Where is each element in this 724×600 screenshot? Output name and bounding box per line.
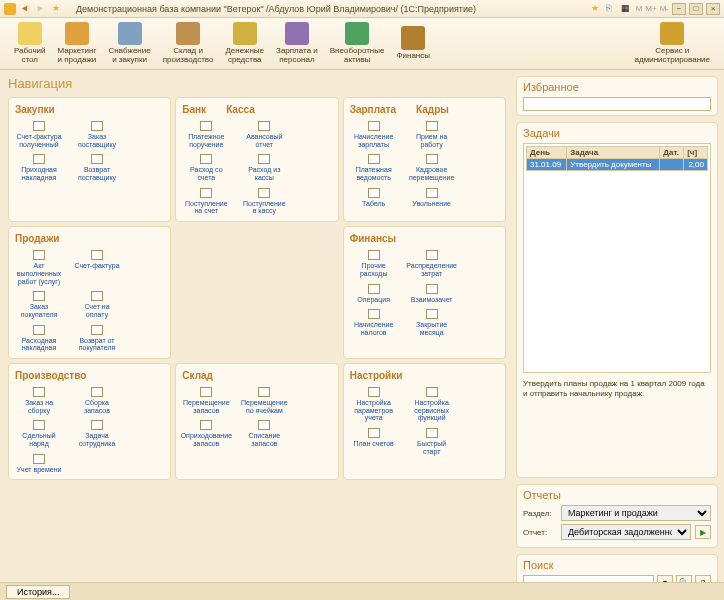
m-label[interactable]: M bbox=[636, 4, 643, 13]
toolbar-item-8[interactable]: Сервис иадминистрирование bbox=[629, 20, 716, 67]
node-icon bbox=[91, 154, 103, 164]
toolbar-icon bbox=[118, 22, 142, 45]
favorite-icon[interactable]: ★ bbox=[52, 3, 64, 15]
nav-node[interactable]: Прочие расходы bbox=[350, 250, 398, 277]
nav-node[interactable]: Закрытие месяца bbox=[408, 309, 456, 336]
toolbar-icon bbox=[18, 22, 42, 45]
card-title-text: Банк bbox=[182, 104, 206, 115]
node-icon bbox=[426, 154, 438, 164]
nav-node[interactable]: Начисление зарплаты bbox=[350, 121, 398, 148]
report-select[interactable]: Дебиторская задолженность по срокам bbox=[561, 524, 691, 540]
section-label: Раздел: bbox=[523, 509, 557, 518]
nav-node[interactable]: Возврат поставщику bbox=[73, 154, 121, 181]
back-icon[interactable]: ◄ bbox=[20, 3, 32, 15]
nav-node[interactable]: Сдельный наряд bbox=[15, 420, 63, 447]
nav-node[interactable]: Приходная накладная bbox=[15, 154, 63, 181]
nav-node[interactable]: Заказ покупателя bbox=[15, 291, 63, 318]
node-label: Табель bbox=[362, 200, 385, 208]
nav-node[interactable]: Задача сотрудника bbox=[73, 420, 121, 447]
nav-node[interactable]: Расход со счета bbox=[182, 154, 230, 181]
toolbar-item-6[interactable]: Внеоборотныеактивы bbox=[324, 20, 391, 67]
nav-node[interactable]: Счет на оплату bbox=[73, 291, 121, 318]
nav-node[interactable]: Акт выполненных работ (услуг) bbox=[15, 250, 63, 285]
toolbar-icon bbox=[660, 22, 684, 45]
m-minus-label[interactable]: M- bbox=[660, 4, 669, 13]
toolbar-item-7[interactable]: Финансы bbox=[390, 20, 436, 67]
nav-card: ЗарплатаКадрыНачисление зарплатыПрием на… bbox=[343, 97, 506, 222]
toolbar-item-3[interactable]: Склад ипроизводство bbox=[157, 20, 220, 67]
node-icon bbox=[200, 420, 212, 430]
nav-node[interactable]: Учет времени bbox=[15, 454, 63, 474]
nav-node[interactable]: Операция bbox=[350, 284, 398, 304]
nav-card: НастройкиНастройка параметров учетаНастр… bbox=[343, 363, 506, 480]
toolbar-item-2[interactable]: Снабжениеи закупки bbox=[102, 20, 156, 67]
minimize-button[interactable]: − bbox=[672, 3, 686, 15]
m-plus-label[interactable]: M+ bbox=[645, 4, 656, 13]
nav-node[interactable]: Табель bbox=[350, 188, 398, 208]
favorites-input[interactable] bbox=[523, 97, 711, 111]
report-label: Отчет: bbox=[523, 528, 557, 537]
nav-node[interactable]: Счет-фактура bbox=[73, 250, 121, 285]
task-header[interactable]: Задача bbox=[567, 147, 660, 159]
close-button[interactable]: × bbox=[706, 3, 720, 15]
nav-node[interactable]: Платежное поручение bbox=[182, 121, 230, 148]
nav-node[interactable]: Авансовый отчет bbox=[240, 121, 288, 148]
toolbar-label: Склад ипроизводство bbox=[163, 47, 214, 65]
nav-node[interactable]: Расходная накладная bbox=[15, 325, 63, 352]
node-icon bbox=[258, 387, 270, 397]
node-label: Операция bbox=[357, 296, 390, 304]
toolbar-item-5[interactable]: Зарплата иперсонал bbox=[270, 20, 324, 67]
nav-node[interactable]: Взаимозачет bbox=[408, 284, 456, 304]
node-label: Закрытие месяца bbox=[408, 321, 456, 336]
nav-node[interactable]: Начисление налогов bbox=[350, 309, 398, 336]
statusbar: История... bbox=[0, 582, 724, 600]
nav-card: БанкКассаПлатежное поручениеАвансовый от… bbox=[175, 97, 338, 222]
nav-node[interactable]: Настройка сервисных функций bbox=[408, 387, 456, 422]
nav-node[interactable]: Возврат от покупателя bbox=[73, 325, 121, 352]
toolbar-item-0[interactable]: Рабочийстол bbox=[8, 20, 51, 67]
toolbar-item-1[interactable]: Маркетинги продажи bbox=[51, 20, 102, 67]
task-header[interactable]: [ч] bbox=[684, 147, 708, 159]
nav-node[interactable]: Кадровое перемещение bbox=[408, 154, 456, 181]
nav-node[interactable]: Распределение затрат bbox=[408, 250, 456, 277]
nav-node[interactable]: План счетов bbox=[350, 428, 398, 455]
nav-node[interactable]: Перемещение по ячейкам bbox=[240, 387, 288, 414]
nav-node[interactable]: Прием на работу bbox=[408, 121, 456, 148]
node-icon bbox=[33, 387, 45, 397]
star-icon[interactable]: ★ bbox=[591, 3, 603, 15]
nav-node[interactable]: Поступление в кассу bbox=[240, 188, 288, 215]
nav-node[interactable]: Оприходование запасов bbox=[182, 420, 230, 447]
nav-node[interactable]: Списание запасов bbox=[240, 420, 288, 447]
node-icon bbox=[91, 387, 103, 397]
node-label: Увольнение bbox=[412, 200, 451, 208]
task-row[interactable]: 31.01.09Утвердить документы2,00 bbox=[527, 159, 708, 171]
node-label: Сборка запасов bbox=[73, 399, 121, 414]
nav-node[interactable]: Увольнение bbox=[408, 188, 456, 208]
nav-node[interactable]: Платежная ведомость bbox=[350, 154, 398, 181]
task-header[interactable]: День bbox=[527, 147, 567, 159]
maximize-button[interactable]: □ bbox=[689, 3, 703, 15]
nav-node[interactable]: Заказ на сборку bbox=[15, 387, 63, 414]
nav-node[interactable]: Сборка запасов bbox=[73, 387, 121, 414]
history-button[interactable]: История... bbox=[6, 585, 70, 599]
nav-node[interactable]: Поступление на счет bbox=[182, 188, 230, 215]
node-icon bbox=[258, 154, 270, 164]
task-header[interactable]: Дат. bbox=[660, 147, 684, 159]
nav-node[interactable]: Перемещение запасов bbox=[182, 387, 230, 414]
nav-node[interactable]: Быстрый старт bbox=[408, 428, 456, 455]
nav-node[interactable]: Настройка параметров учета bbox=[350, 387, 398, 422]
tasks-table[interactable]: ДеньЗадачаДат.[ч] 31.01.09Утвердить доку… bbox=[526, 146, 708, 171]
run-report-button[interactable]: ▶ bbox=[695, 525, 711, 539]
section-select[interactable]: Маркетинг и продажи bbox=[561, 505, 711, 521]
toolbar-item-4[interactable]: Денежныесредства bbox=[219, 20, 270, 67]
link-icon[interactable]: ⎘ bbox=[606, 3, 618, 15]
forward-icon[interactable]: ► bbox=[36, 3, 48, 15]
node-label: Оприходование запасов bbox=[181, 432, 232, 447]
nav-node[interactable]: Счет-фактура полученный bbox=[15, 121, 63, 148]
calc-icon[interactable]: ▦ bbox=[621, 3, 633, 15]
nav-node[interactable]: Расход из кассы bbox=[240, 154, 288, 181]
node-icon bbox=[33, 154, 45, 164]
node-label: Расходная накладная bbox=[15, 337, 63, 352]
nav-node[interactable]: Заказ поставщику bbox=[73, 121, 121, 148]
card-title-text: Кадры bbox=[416, 104, 449, 115]
